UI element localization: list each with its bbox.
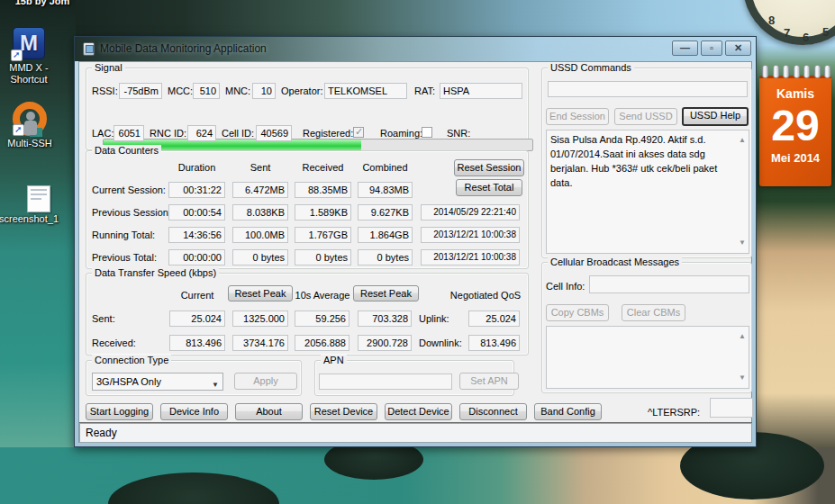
ltersrp-field bbox=[710, 398, 753, 418]
cell-info-label: Cell Info: bbox=[546, 281, 585, 292]
sent-row-label: Sent: bbox=[92, 313, 115, 324]
mmdx-icon-letter: M bbox=[20, 31, 38, 56]
received-row-label: Received: bbox=[92, 338, 136, 348]
desktop-icon-multissh[interactable] bbox=[13, 102, 47, 136]
row-label: Previous Total: bbox=[92, 252, 157, 263]
counter-value: 0 bytes bbox=[295, 249, 351, 266]
disconnect-button[interactable]: Disconnect bbox=[459, 403, 527, 420]
ussd-help-button[interactable]: USSD Help bbox=[682, 107, 749, 126]
ussd-group: USSD Commands End Session Send USSD USSD… bbox=[541, 68, 752, 258]
desktop-icon-label-cut[interactable]: 15b by Jom bbox=[2, 0, 83, 7]
cell-id-label: Cell ID: bbox=[222, 128, 254, 139]
qos-header: Negotiated QoS bbox=[447, 290, 524, 301]
rnc-label: RNC ID: bbox=[150, 128, 186, 139]
row-label: Previous Session: bbox=[92, 207, 171, 218]
mcc-label: MCC: bbox=[168, 86, 193, 96]
cbm-messages-area[interactable] bbox=[546, 326, 749, 389]
registered-checkbox[interactable] bbox=[353, 127, 364, 138]
signal-strength-bar bbox=[103, 139, 533, 151]
transfer-speed-group: Data Transfer Speed (kbps) Current Reset… bbox=[86, 273, 529, 356]
speed-value: 703.328 bbox=[358, 310, 412, 327]
calendar-gadget[interactable]: Kamis 29 Mei 2014 bbox=[759, 76, 831, 186]
window-title: Mobile Data Monitoring Application bbox=[100, 42, 267, 55]
close-button[interactable]: ✕ bbox=[725, 40, 751, 56]
counter-value: 14:36:56 bbox=[168, 227, 225, 243]
set-apn-button[interactable]: Set APN bbox=[459, 373, 519, 390]
counter-value: 1.864GB bbox=[358, 227, 413, 243]
titlebar[interactable]: Mobile Data Monitoring Application bbox=[75, 37, 756, 61]
maximize-button[interactable]: ▫ bbox=[701, 40, 722, 56]
lac-label: LAC: bbox=[92, 128, 113, 139]
clock-number: 6 bbox=[803, 31, 809, 44]
ussd-response-area[interactable]: Sisa Pulsa Anda Rp.4920. Aktif s.d. 01/0… bbox=[546, 130, 749, 254]
about-button[interactable]: About bbox=[235, 403, 303, 420]
clock-number: 8 bbox=[768, 14, 775, 27]
qos-value: 813.496 bbox=[468, 335, 520, 351]
calendar-month-year: Mei 2014 bbox=[759, 151, 831, 165]
roaming-checkbox[interactable] bbox=[422, 127, 432, 138]
clear-cbms-button[interactable]: Clear CBMs bbox=[622, 304, 685, 321]
counter-timestamp: 2014/05/29 22:21:40 bbox=[421, 204, 520, 220]
mdma-window: Mobile Data Monitoring Application — ▫ ✕… bbox=[74, 36, 757, 447]
connection-type-dropdown[interactable]: 3G/HSPA Only bbox=[92, 373, 223, 391]
status-text: Ready bbox=[86, 427, 117, 439]
ussd-group-label: USSD Commands bbox=[548, 62, 634, 73]
downlink-label: Downlink: bbox=[419, 338, 462, 348]
desktop-icon-mmdx[interactable]: M bbox=[13, 27, 45, 59]
reset-session-button[interactable]: Reset Session bbox=[454, 159, 524, 176]
apn-input[interactable] bbox=[319, 374, 452, 390]
apn-group: APN Set APN bbox=[314, 360, 514, 396]
signal-group: Signal RSSI: -75dBm MCC: 510 MNC: 10 Ope… bbox=[86, 68, 529, 150]
apn-label: APN bbox=[321, 355, 347, 365]
apply-button[interactable]: Apply bbox=[234, 373, 297, 390]
cbm-group-label: Cellular Broadcast Messages bbox=[548, 256, 682, 267]
copy-cbms-button[interactable]: Copy CBMs bbox=[546, 304, 609, 321]
band-config-button[interactable]: Band Config bbox=[534, 403, 602, 420]
cell-info-field bbox=[589, 275, 749, 293]
minimize-button[interactable]: — bbox=[672, 40, 698, 56]
counter-value: 00:00:54 bbox=[168, 204, 225, 220]
data-counters-group: Data Counters Duration Sent Received Com… bbox=[86, 150, 529, 269]
reset-total-button[interactable]: Reset Total bbox=[456, 179, 522, 196]
send-ussd-button[interactable]: Send USSD bbox=[614, 108, 677, 125]
start-logging-button[interactable]: Start Logging bbox=[86, 403, 153, 420]
detect-device-button[interactable]: Detect Device bbox=[385, 403, 452, 420]
cbm-group: Cellular Broadcast Messages Cell Info: C… bbox=[541, 262, 752, 393]
reset-peak-avg-button[interactable]: Reset Peak bbox=[353, 285, 419, 302]
reset-peak-current-button[interactable]: Reset Peak bbox=[228, 285, 293, 302]
ussd-input[interactable] bbox=[548, 81, 748, 97]
signal-group-label: Signal bbox=[92, 62, 125, 73]
shortcut-arrow-icon bbox=[11, 50, 23, 61]
combined-header: Combined bbox=[358, 162, 413, 173]
qos-value: 25.024 bbox=[468, 310, 520, 327]
desktop-icon-label-multissh[interactable]: Multi-SSH bbox=[0, 138, 59, 149]
counter-value: 00:00:00 bbox=[168, 249, 225, 266]
shortcut-arrow-icon bbox=[13, 124, 24, 136]
mnc-label: MNC: bbox=[225, 86, 250, 96]
speed-value: 1325.000 bbox=[232, 310, 288, 327]
operator-value: TELKOMSEL bbox=[324, 83, 407, 99]
desktop-icon-screenshot[interactable] bbox=[27, 185, 50, 212]
counter-value: 8.038KB bbox=[232, 204, 288, 220]
row-label: Current Session: bbox=[92, 184, 166, 195]
cell-id-value: 40569 bbox=[256, 125, 292, 141]
multissh-icon bbox=[13, 102, 47, 136]
device-info-button[interactable]: Device Info bbox=[160, 403, 228, 420]
status-bar: Ready bbox=[79, 423, 752, 443]
desktop-icon-label-screenshot[interactable]: screenshot_1 bbox=[0, 213, 65, 225]
counter-timestamp: 2013/12/21 10:00:38 bbox=[421, 227, 520, 243]
received-header: Received bbox=[295, 162, 351, 173]
speed-value: 2900.728 bbox=[358, 335, 412, 351]
mnc-value: 10 bbox=[252, 83, 276, 99]
rat-value: HSPA bbox=[440, 83, 522, 99]
uplink-label: Uplink: bbox=[419, 313, 449, 324]
clock-number: 7 bbox=[784, 26, 790, 40]
end-session-button[interactable]: End Session bbox=[546, 108, 609, 125]
operator-label: Operator: bbox=[281, 86, 322, 96]
reset-device-button[interactable]: Reset Device bbox=[310, 403, 377, 420]
speed-value: 2056.888 bbox=[295, 335, 349, 351]
desktop-icon-label-mmdx[interactable]: MMD X - Shortcut bbox=[0, 62, 58, 86]
rnc-value: 624 bbox=[187, 125, 216, 141]
speed-value: 3734.176 bbox=[232, 335, 288, 351]
clock-number: 5 bbox=[822, 25, 829, 39]
